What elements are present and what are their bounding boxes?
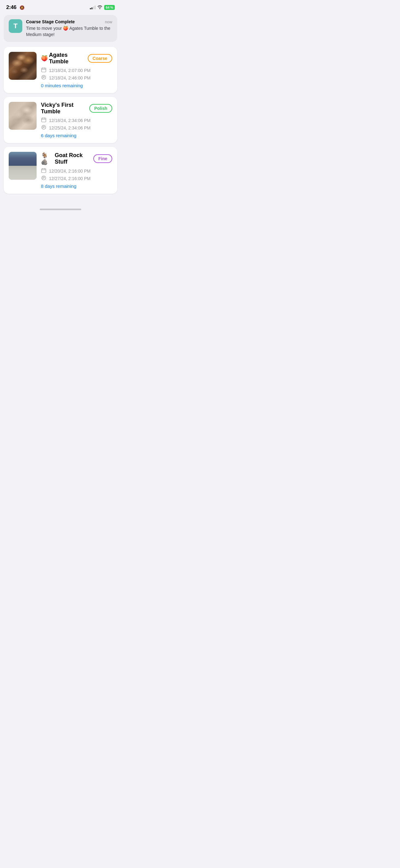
tumble-card-agates[interactable]: 🍑 Agates Tumble Coarse 12/18/24: [4, 47, 117, 93]
battery-indicator: 64 %: [104, 5, 115, 10]
flag-icon-agates: [41, 75, 46, 81]
tumble-remaining-vicky: 6 days remaining: [41, 133, 112, 138]
notification-body: Time to move your 🍑 Agates Tumble to the…: [26, 26, 112, 37]
stage-badge-vicky: Polish: [89, 104, 112, 113]
notification-title: Coarse Stage Complete: [26, 19, 75, 24]
tumble-remaining-agates: 0 minutes remaining: [41, 83, 112, 88]
home-indicator: [0, 206, 121, 212]
svg-rect-12: [43, 126, 45, 128]
flag-icon-vicky: [41, 125, 46, 131]
tumble-card-vicky[interactable]: Vicky's First Tumble Polish 12/18/24, 2:…: [4, 97, 117, 143]
notification-content: Coarse Stage Complete now Time to move y…: [26, 19, 112, 37]
battery-level: 64: [106, 6, 109, 9]
wifi-icon: [97, 5, 102, 10]
start-date-goat: 12/20/24, 2:16:00 PM: [49, 168, 91, 174]
tumble-title-row-goat: 🐐🪨 Goat Rock Stuff Fine: [41, 152, 112, 165]
tumble-card-goat[interactable]: 🐐🪨 Goat Rock Stuff Fine 12/20/: [4, 147, 117, 194]
notification-time: now: [105, 20, 112, 24]
status-time: 2:46: [6, 4, 16, 10]
tumble-title-goat: 🐐🪨 Goat Rock Stuff: [41, 152, 93, 165]
notification-header: Coarse Stage Complete now: [26, 19, 112, 24]
tumble-title-agates: 🍑 Agates Tumble: [41, 52, 88, 65]
status-bar: 2:46 🔕 64 %: [0, 0, 121, 12]
end-date-vicky: 12/25/24, 2:34:06 PM: [49, 125, 91, 130]
notification-app-icon: T: [9, 19, 22, 33]
tumble-dates-agates: 12/18/24, 2:07:00 PM 12/18/24, 2:46:00 P…: [41, 67, 112, 81]
tumble-info-agates: 🍑 Agates Tumble Coarse 12/18/24: [41, 52, 112, 88]
svg-rect-5: [43, 76, 45, 78]
tumble-list: 🍑 Agates Tumble Coarse 12/18/24: [0, 47, 121, 194]
end-date-row-agates: 12/18/24, 2:46:00 PM: [41, 75, 112, 81]
start-date-vicky: 12/18/24, 2:34:06 PM: [49, 118, 91, 123]
silent-bell-icon: 🔕: [20, 5, 25, 10]
tumble-image-vicky: [9, 102, 37, 130]
tumble-info-vicky: Vicky's First Tumble Polish 12/18/24, 2:…: [41, 102, 112, 138]
start-date-row-agates: 12/18/24, 2:07:00 PM: [41, 67, 112, 73]
tumble-remaining-goat: 8 days remaining: [41, 183, 112, 189]
svg-rect-19: [43, 177, 45, 178]
calendar-icon-goat: [41, 168, 46, 174]
tumble-dates-goat: 12/20/24, 2:16:00 PM 12/27/24, 2:16:00 P…: [41, 168, 112, 182]
svg-rect-14: [41, 168, 46, 173]
tumble-title-row-agates: 🍑 Agates Tumble Coarse: [41, 52, 112, 65]
flag-icon-goat: [41, 176, 46, 182]
end-date-agates: 12/18/24, 2:46:00 PM: [49, 75, 91, 81]
signal-bars-icon: [90, 6, 96, 9]
end-date-goat: 12/27/24, 2:16:00 PM: [49, 176, 91, 181]
start-date-agates: 12/18/24, 2:07:00 PM: [49, 68, 91, 73]
tumble-image-goat: [9, 152, 37, 180]
tumble-title-vicky: Vicky's First Tumble: [41, 102, 89, 115]
end-date-row-vicky: 12/25/24, 2:34:06 PM: [41, 125, 112, 131]
stage-badge-goat: Fine: [93, 154, 112, 163]
start-date-row-goat: 12/20/24, 2:16:00 PM: [41, 168, 112, 174]
status-indicators: 64 %: [90, 5, 115, 10]
tumble-dates-vicky: 12/18/24, 2:34:06 PM 12/25/24, 2:34:06 P…: [41, 117, 112, 131]
tumble-info-goat: 🐐🪨 Goat Rock Stuff Fine 12/20/: [41, 152, 112, 189]
home-bar: [40, 209, 81, 210]
svg-rect-0: [41, 68, 46, 72]
stage-badge-agates: Coarse: [88, 54, 112, 63]
start-date-row-vicky: 12/18/24, 2:34:06 PM: [41, 117, 112, 124]
tumble-title-row-vicky: Vicky's First Tumble Polish: [41, 102, 112, 115]
calendar-icon-agates: [41, 67, 46, 73]
calendar-icon-vicky: [41, 117, 46, 124]
notification-banner[interactable]: T Coarse Stage Complete now Time to move…: [4, 15, 117, 42]
end-date-row-goat: 12/27/24, 2:16:00 PM: [41, 176, 112, 182]
tumble-image-agates: [9, 52, 37, 80]
svg-rect-7: [41, 118, 46, 122]
